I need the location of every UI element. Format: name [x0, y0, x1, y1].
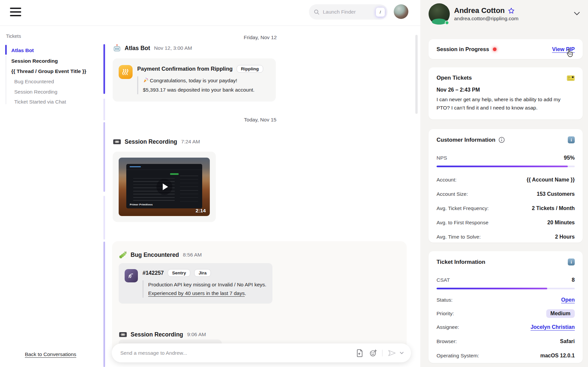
- send-button[interactable]: [387, 349, 396, 357]
- search-icon: [314, 9, 320, 15]
- open-tickets-title: Open Tickets: [437, 75, 472, 81]
- cursor-pointer-icon: [565, 48, 574, 58]
- priority-badge: Medium: [546, 309, 575, 318]
- ticket-message: I can never get any help, where is the a…: [437, 95, 575, 112]
- thread-group-container: Bug Encountered 8:56 AM #142257 Sentry J…: [112, 241, 407, 361]
- date-divider: Today, Nov 15: [113, 117, 408, 123]
- sidebar-section-label: Tickets: [6, 34, 21, 39]
- message-time: 9:06 AM: [187, 331, 206, 337]
- ticket-timestamp: Nov 26 – 2:43 PM: [437, 87, 575, 93]
- csat-progress-fill: [437, 288, 547, 289]
- timeline-segment-active: [103, 44, 105, 94]
- payment-confirmation-card[interactable]: Payment Confirmation from Rippling Rippl…: [113, 58, 276, 102]
- collapse-panel-chevron-icon[interactable]: [574, 12, 580, 16]
- row-label: Avg. to First Response: [437, 220, 489, 226]
- bug-line-2-link[interactable]: Experienced by 40 users in the last 7 da…: [148, 290, 245, 296]
- assignee-label: Assignee:: [437, 324, 459, 330]
- play-button[interactable]: [156, 179, 172, 195]
- message-header: Bug Encountered 8:56 AM: [119, 251, 202, 259]
- info-circle-icon[interactable]: [499, 137, 505, 143]
- rippling-logo-icon: [119, 65, 133, 79]
- row-label: Account Size:: [437, 191, 468, 197]
- session-in-progress-card: Session in Progress View PIP: [429, 39, 583, 59]
- ticket-icon: [567, 75, 575, 81]
- attach-file-icon[interactable]: [356, 349, 364, 357]
- message-author: Atlas Bot: [125, 45, 150, 52]
- card-title: Payment Confirmation from Rippling: [137, 66, 233, 72]
- message-header: Session Recording 7:24 AM: [113, 137, 200, 146]
- robot-icon: [113, 44, 121, 52]
- nps-progress-bar: [437, 166, 575, 167]
- sidebar-item-thread-title[interactable]: {{ Thread / Group Event Title }}: [11, 68, 86, 74]
- timeline-segment: [103, 99, 105, 120]
- vhs-tape-icon: [113, 137, 121, 146]
- row-value: 153 Customers: [537, 191, 575, 197]
- customer-panel: Andrea Cotton andrea.cotton@rippling.com…: [420, 0, 588, 367]
- bug-ticket-id: #142257: [143, 270, 164, 276]
- chat-scrollbar[interactable]: [415, 35, 418, 114]
- bug-quote: Production API key missing or Invalid / …: [143, 280, 266, 298]
- sentry-logo-icon: [125, 269, 138, 282]
- info-button-icon[interactable]: i: [568, 136, 575, 143]
- user-avatar[interactable]: [394, 4, 408, 19]
- customer-email: andrea.cotton@rippling.com: [454, 16, 518, 22]
- row-label: Account:: [437, 177, 456, 183]
- browser-label: Browser:: [437, 338, 457, 344]
- video-duration: 2:14: [196, 208, 206, 214]
- back-to-conversations-link[interactable]: Back to Conversations: [25, 351, 76, 357]
- assignee-link[interactable]: Jocelyn Christian: [531, 324, 575, 330]
- payment-line-1: Congratulations, today is your payday!: [150, 78, 237, 83]
- rippling-badge[interactable]: Rippling: [237, 65, 263, 73]
- party-popper-icon: [143, 77, 148, 86]
- session-recording-card[interactable]: Primer Primitives 2:14: [113, 152, 216, 222]
- customer-information-card: Customer Information i NPS 95% Account:{…: [429, 129, 583, 243]
- recording-dot-icon: [493, 47, 497, 51]
- sidebar-item-ticket-started[interactable]: Ticket Started via Chat: [14, 99, 66, 105]
- add-emoji-icon[interactable]: [369, 349, 377, 357]
- search-input[interactable]: Launch Finder /: [309, 4, 387, 20]
- status-link[interactable]: Open: [561, 297, 575, 303]
- bug-icon: [119, 251, 127, 259]
- star-icon[interactable]: [508, 7, 515, 14]
- csat-progress-bar: [437, 288, 575, 289]
- sidebar-item-session-recording[interactable]: Session Recording: [11, 58, 58, 64]
- message-time: 7:24 AM: [181, 139, 200, 145]
- sidebar-item-bug-encountered[interactable]: Bug Encountered: [14, 79, 54, 85]
- message-composer[interactable]: Send a message to Andrew...: [112, 343, 411, 362]
- sentry-badge[interactable]: Sentry: [168, 269, 190, 277]
- row-label: Avg. Ticket Frequency:: [437, 205, 489, 211]
- tree-guide-line: [6, 56, 6, 104]
- message-time: Nov 12, 3:00 AM: [154, 45, 192, 51]
- bug-ticket-card[interactable]: #142257 Sentry Jira Production API key m…: [119, 263, 272, 304]
- nps-progress-fill: [437, 166, 568, 167]
- hamburger-menu-icon[interactable]: [10, 8, 21, 18]
- video-thumbnail[interactable]: Primer Primitives 2:14: [119, 158, 210, 216]
- timeline-segment: [103, 122, 105, 192]
- app: Launch Finder / Tickets Atlas Bot Sessio…: [0, 0, 588, 367]
- jira-badge[interactable]: Jira: [194, 269, 211, 277]
- send-options-chevron-icon[interactable]: [400, 352, 404, 354]
- message-author: Session Recording: [131, 331, 183, 338]
- priority-label: Priority:: [437, 311, 454, 317]
- row-label: Avg. Time to Solve:: [437, 234, 481, 240]
- message-author: Session Recording: [125, 138, 177, 145]
- date-divider: Friday, Nov 12: [113, 35, 408, 40]
- online-status-dot: [445, 21, 449, 25]
- message-time: 8:56 AM: [183, 252, 202, 258]
- composer-placeholder[interactable]: Send a message to Andrew...: [120, 350, 356, 356]
- customer-name: Andrea Cotton: [454, 6, 505, 15]
- row-value: 2 Tickets / Month: [532, 205, 575, 211]
- os-value: macOS 12.0.1: [540, 353, 575, 359]
- message-header: Atlas Bot Nov 12, 3:00 AM: [113, 44, 192, 52]
- info-button-icon[interactable]: i: [568, 258, 575, 265]
- sidebar-item-atlas-bot[interactable]: Atlas Bot: [11, 47, 34, 53]
- row-value: 2 Hours: [555, 234, 575, 240]
- csat-value: 8: [572, 277, 575, 283]
- status-label: Status:: [437, 297, 452, 303]
- timeline-segment: [103, 242, 105, 367]
- search-shortcut-key[interactable]: /: [376, 8, 385, 17]
- payment-line-2: $5,393.17 was deposited into your bank a…: [143, 87, 255, 93]
- sidebar-item-session-recording-2[interactable]: Session Recording: [14, 89, 57, 95]
- video-caption: Primer Primitives: [130, 203, 152, 206]
- browser-value: Safari: [560, 338, 575, 344]
